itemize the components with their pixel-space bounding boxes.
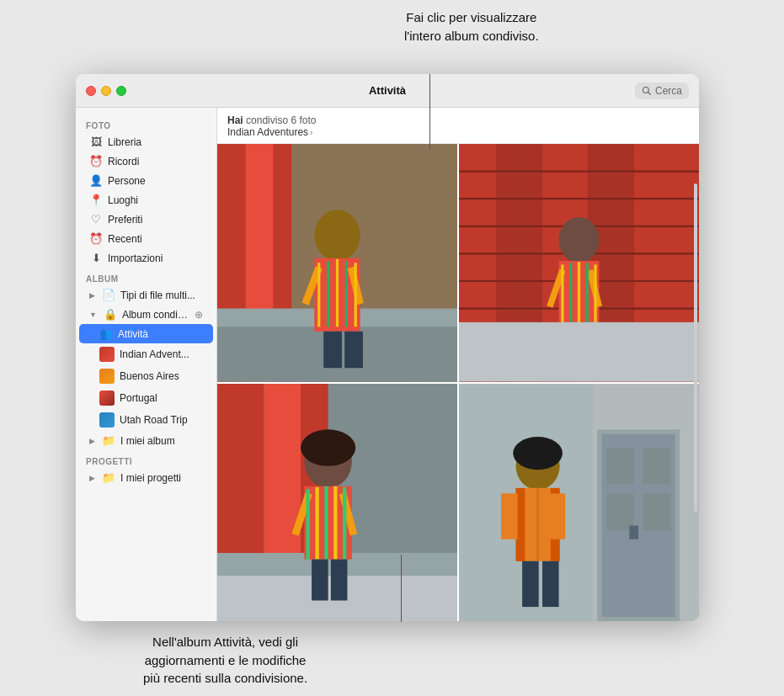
shared-bold: Hai: [227, 114, 243, 126]
sidebar-item-label: I miei album: [120, 435, 203, 447]
window-body: Foto 🖼 Libreria ⏰ Ricordi 👤 Persone 📍 Lu…: [76, 108, 699, 621]
album-link[interactable]: Indian Adventures ›: [227, 126, 689, 138]
importazioni-icon: ⬇: [89, 252, 103, 264]
sidebar-item-label: Indian Advent...: [120, 348, 203, 360]
svg-rect-59: [331, 559, 348, 600]
album-condivisi-icon: 🔒: [104, 308, 117, 321]
sidebar-item-indian[interactable]: Indian Advent...: [79, 343, 213, 365]
sidebar-item-label: Utah Road Trip: [120, 414, 203, 426]
album-thumb-utah: [99, 412, 115, 428]
expand-icon: ▶: [89, 474, 95, 482]
search-label: Cerca: [655, 85, 682, 97]
sidebar-item-label: Buenos Aires: [120, 370, 203, 382]
svg-point-78: [513, 437, 563, 470]
sidebar-item-label: Recenti: [108, 233, 203, 245]
sidebar-item-ricordi[interactable]: ⏰ Ricordi: [79, 151, 213, 171]
svg-rect-76: [522, 561, 539, 606]
sidebar-item-label: Attività: [118, 328, 203, 340]
sidebar-item-importazioni[interactable]: ⬇ Importazioni: [79, 248, 213, 268]
album-name: Indian Adventures: [227, 126, 308, 138]
sidebar-item-label: Libreria: [108, 136, 203, 148]
sidebar-item-label: Album condivisi: [122, 309, 188, 321]
sidebar-item-miei-album[interactable]: ▶ 📁 I miei album: [79, 431, 213, 450]
svg-rect-65: [606, 493, 634, 529]
activity-header: Hai condiviso 6 foto Indian Adventures ›: [217, 108, 699, 144]
svg-rect-58: [312, 559, 328, 600]
sidebar-item-tipi[interactable]: ▶ 📄 Tipi di file multi...: [79, 285, 213, 305]
sidebar-item-label: Persone: [108, 175, 203, 187]
annotation-line-top: [429, 74, 430, 150]
close-button[interactable]: [86, 86, 96, 96]
sidebar-item-label: I miei progetti: [120, 472, 203, 484]
sidebar-item-label: Importazioni: [108, 252, 203, 264]
miei-progetti-icon: 📁: [102, 471, 115, 484]
svg-line-1: [648, 92, 650, 94]
sidebar-item-persone[interactable]: 👤 Persone: [79, 171, 213, 190]
sidebar: Foto 🖼 Libreria ⏰ Ricordi 👤 Persone 📍 Lu…: [76, 108, 217, 621]
annotation-line-bottom: [401, 555, 402, 622]
photo-cell-3[interactable]: [217, 384, 457, 622]
svg-rect-74: [501, 493, 518, 539]
add-icon[interactable]: ⊕: [195, 309, 203, 321]
svg-rect-75: [549, 493, 566, 539]
window-title: Attività: [369, 84, 406, 97]
svg-rect-13: [344, 332, 363, 368]
attivita-icon: 👥: [99, 327, 113, 340]
traffic-lights: [86, 86, 126, 96]
album-thumb-portugal: [99, 391, 115, 406]
tooltip-bottom: Nell'album Attività, vedi gli aggiorname…: [143, 633, 307, 688]
photo-cell-2[interactable]: [459, 144, 699, 382]
persone-icon: 👤: [89, 174, 103, 187]
sidebar-section-progetti: Progetti: [76, 450, 216, 468]
sidebar-item-recenti[interactable]: ⏰ Recenti: [79, 229, 213, 248]
sidebar-item-miei-progetti[interactable]: ▶ 📁 I miei progetti: [79, 468, 213, 487]
sidebar-section-album: Album: [76, 268, 216, 285]
app-window: Attività Cerca Foto 🖼 Libreria: [76, 74, 699, 621]
album-thumb-buenos: [99, 369, 115, 384]
svg-rect-64: [643, 448, 671, 484]
svg-rect-63: [606, 448, 634, 484]
preferiti-icon: ♡: [89, 213, 103, 226]
sidebar-item-attivita[interactable]: 👥 Attività: [79, 324, 213, 343]
svg-rect-66: [643, 493, 671, 529]
outer-wrapper: Fai clic per visualizzare l'intero album…: [0, 0, 784, 696]
search-icon: [642, 86, 652, 96]
expand-icon: ▼: [89, 311, 97, 319]
photo-cell-4[interactable]: [459, 384, 699, 622]
sidebar-section-foto: Foto: [76, 114, 216, 132]
sidebar-item-album-condivisi[interactable]: ▼ 🔒 Album condivisi ⊕: [79, 305, 213, 324]
photo-cell-1[interactable]: [217, 144, 457, 382]
svg-rect-68: [629, 525, 638, 539]
tipi-icon: 📄: [102, 289, 115, 301]
svg-rect-77: [542, 561, 559, 606]
photo-grid: [217, 144, 699, 621]
sidebar-item-utah[interactable]: Utah Road Trip: [79, 409, 213, 431]
luoghi-icon: 📍: [89, 194, 103, 206]
chevron-icon: ›: [310, 128, 312, 137]
scrollbar[interactable]: [694, 183, 697, 512]
shared-text: Hai condiviso 6 foto: [227, 114, 689, 126]
sidebar-item-label: Portugal: [120, 392, 203, 404]
sidebar-item-portugal[interactable]: Portugal: [79, 387, 213, 409]
libreria-icon: 🖼: [89, 135, 103, 148]
sidebar-item-label: Preferiti: [108, 214, 203, 226]
search-box[interactable]: Cerca: [635, 82, 689, 99]
main-content: Hai condiviso 6 foto Indian Adventures ›: [217, 108, 699, 621]
svg-point-32: [559, 217, 600, 263]
svg-point-57: [301, 429, 355, 465]
sidebar-item-preferiti[interactable]: ♡ Preferiti: [79, 210, 213, 229]
sidebar-item-luoghi[interactable]: 📍 Luoghi: [79, 190, 213, 210]
miei-album-icon: 📁: [102, 434, 115, 447]
sidebar-item-label: Luoghi: [108, 194, 203, 206]
sidebar-item-libreria[interactable]: 🖼 Libreria: [79, 132, 213, 151]
svg-rect-12: [323, 332, 342, 368]
expand-icon: ▶: [89, 437, 95, 445]
recenti-icon: ⏰: [89, 232, 103, 245]
minimize-button[interactable]: [101, 86, 111, 96]
album-thumb-indian: [99, 347, 115, 362]
svg-point-8: [314, 210, 360, 261]
svg-rect-41: [459, 322, 699, 382]
expand-icon: ▶: [89, 291, 95, 300]
maximize-button[interactable]: [116, 86, 126, 96]
sidebar-item-buenos[interactable]: Buenos Aires: [79, 365, 213, 387]
